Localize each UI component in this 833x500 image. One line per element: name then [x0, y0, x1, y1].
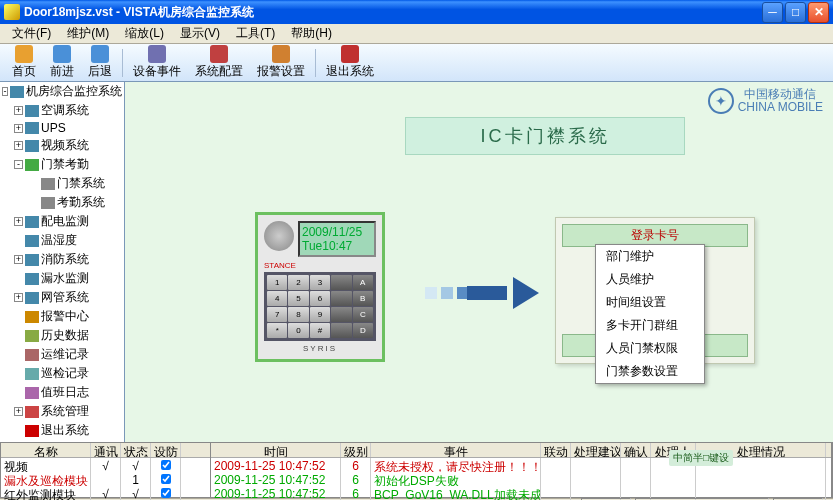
ime-indicator[interactable]: 中简半□键设 — [669, 450, 733, 466]
tree-expander[interactable]: + — [14, 293, 23, 302]
tree-icon — [25, 159, 39, 171]
tree-item[interactable]: 历史数据 — [0, 326, 124, 345]
toolbar-button[interactable]: 后退 — [82, 43, 118, 82]
menu-item[interactable]: 工具(T) — [228, 23, 283, 44]
table-row[interactable]: 视频 √ √ — [1, 458, 210, 472]
toolbar-button[interactable]: 报警设置 — [251, 43, 311, 82]
tree-item[interactable]: 漏水监测 — [0, 269, 124, 288]
ic-card-device: 2009/11/25 Tue10:47 STANCE 123A456B789C*… — [255, 212, 385, 362]
checkbox[interactable] — [161, 474, 171, 484]
context-menu: 部门维护人员维护时间组设置多卡开门群组人员门禁权限门禁参数设置 — [595, 244, 705, 384]
tree-item[interactable]: 考勤系统 — [0, 193, 124, 212]
table-header: 状态 — [121, 443, 151, 457]
keypad-key — [331, 291, 351, 306]
tree-item[interactable]: +UPS — [0, 120, 124, 136]
table-header: 通讯 — [91, 443, 121, 457]
menu-item[interactable]: 帮助(H) — [283, 23, 340, 44]
tree-item[interactable]: +消防系统 — [0, 250, 124, 269]
tree-expander[interactable]: + — [14, 124, 23, 133]
page-title: IC卡门襟系统 — [405, 117, 685, 155]
tree-icon — [25, 368, 39, 380]
toolbar: 首页前进后退设备事件系统配置报警设置退出系统 — [0, 44, 833, 82]
table-row[interactable]: 漏水及巡检模块 1 — [1, 472, 210, 486]
tree-expander[interactable]: - — [2, 87, 8, 96]
maximize-button[interactable]: □ — [785, 2, 806, 23]
toolbar-button[interactable]: 系统配置 — [189, 43, 249, 82]
keypad-key — [331, 323, 351, 338]
tree-item[interactable]: 值班日志 — [0, 383, 124, 402]
context-menu-item[interactable]: 多卡开门群组 — [596, 314, 704, 337]
keypad-key: 3 — [310, 275, 330, 290]
logo-icon: ✦ — [708, 88, 734, 114]
context-menu-item[interactable]: 部门维护 — [596, 245, 704, 268]
toolbar-icon — [53, 45, 71, 63]
tree-item[interactable]: 报警中心 — [0, 307, 124, 326]
china-mobile-logo: ✦ 中国移动通信CHINA MOBILE — [708, 88, 823, 114]
tree-item[interactable]: 巡检记录 — [0, 364, 124, 383]
keypad-key: 5 — [288, 291, 308, 306]
tree-item[interactable]: +网管系统 — [0, 288, 124, 307]
tree-expander[interactable]: - — [14, 160, 23, 169]
keypad-key: C — [353, 307, 373, 322]
tree-item[interactable]: -门禁考勤 — [0, 155, 124, 174]
tree-item[interactable]: +配电监测 — [0, 212, 124, 231]
table-header: 名称 — [1, 443, 91, 457]
tree-icon — [25, 406, 39, 418]
tree-icon — [25, 273, 39, 285]
tree-item[interactable]: -机房综合监控系统 — [0, 82, 124, 101]
device-brand: STANCE — [264, 261, 376, 270]
keypad-key — [331, 307, 351, 322]
tree-expander[interactable]: + — [14, 255, 23, 264]
context-menu-item[interactable]: 门禁参数设置 — [596, 360, 704, 383]
context-menu-item[interactable]: 人员维护 — [596, 268, 704, 291]
speaker-icon — [264, 221, 294, 251]
window-titlebar: Door18mjsz.vst - VISTA机房综合监控系统 ─ □ ✕ — [0, 0, 833, 24]
close-button[interactable]: ✕ — [808, 2, 829, 23]
window-title: Door18mjsz.vst - VISTA机房综合监控系统 — [24, 4, 762, 21]
minimize-button[interactable]: ─ — [762, 2, 783, 23]
toolbar-button[interactable]: 首页 — [6, 43, 42, 82]
keypad-key: 8 — [288, 307, 308, 322]
tree-item[interactable]: 温湿度 — [0, 231, 124, 250]
tree-icon — [25, 216, 39, 228]
tree-icon — [41, 197, 55, 209]
tree-icon — [25, 425, 39, 437]
menu-item[interactable]: 缩放(L) — [117, 23, 172, 44]
tree-expander[interactable]: + — [14, 141, 23, 150]
menu-item[interactable]: 维护(M) — [59, 23, 117, 44]
toolbar-icon — [91, 45, 109, 63]
toolbar-icon — [148, 45, 166, 63]
tree-item[interactable]: +空调系统 — [0, 101, 124, 120]
tree-item[interactable]: +系统管理 — [0, 402, 124, 421]
tree-item[interactable]: +视频系统 — [0, 136, 124, 155]
table-row[interactable]: 红外监测模块 √ √ — [1, 486, 210, 500]
menu-item[interactable]: 文件(F) — [4, 23, 59, 44]
context-menu-item[interactable]: 人员门禁权限 — [596, 337, 704, 360]
keypad-key: 6 — [310, 291, 330, 306]
toolbar-button[interactable]: 退出系统 — [320, 43, 380, 82]
tree-icon — [25, 140, 39, 152]
toolbar-icon — [341, 45, 359, 63]
checkbox[interactable] — [161, 488, 171, 498]
table-row[interactable]: 2009-11-25 10:47:52 6 初始化DSP失败 — [211, 472, 831, 486]
menu-item[interactable]: 显示(V) — [172, 23, 228, 44]
toolbar-icon — [15, 45, 33, 63]
context-menu-item[interactable]: 时间组设置 — [596, 291, 704, 314]
toolbar-button[interactable]: 前进 — [44, 43, 80, 82]
table-row[interactable]: 2009-11-25 10:47:52 6 系统未授权，请尽快注册！！！ — [211, 458, 831, 472]
tree-expander[interactable]: + — [14, 217, 23, 226]
device-screen: 2009/11/25 Tue10:47 — [298, 221, 376, 257]
tree-item[interactable]: 退出系统 — [0, 421, 124, 440]
tree-icon — [25, 311, 39, 323]
keypad-key: D — [353, 323, 373, 338]
tree-item[interactable]: 运维记录 — [0, 345, 124, 364]
tree-icon — [25, 235, 39, 247]
table-header: 处理建议 — [571, 443, 621, 457]
keypad-key: # — [310, 323, 330, 338]
tree-expander[interactable]: + — [14, 106, 23, 115]
toolbar-button[interactable]: 设备事件 — [127, 43, 187, 82]
tree-expander[interactable]: + — [14, 407, 23, 416]
checkbox[interactable] — [161, 460, 171, 470]
tree-item[interactable]: 门禁系统 — [0, 174, 124, 193]
keypad-key: 1 — [267, 275, 287, 290]
